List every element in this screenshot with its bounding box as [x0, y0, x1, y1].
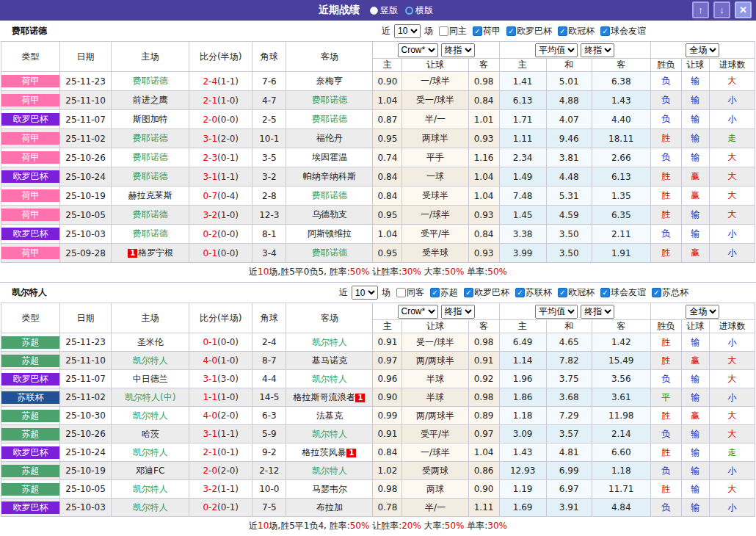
scope-select[interactable]: 全场: [686, 305, 719, 319]
odds-away: 0.93: [468, 244, 499, 263]
column-header: 比分(半场): [189, 303, 252, 333]
odds-handicap: 两/两球半: [402, 352, 468, 370]
radio-vertical[interactable]: 竖版: [370, 4, 398, 17]
score: 3-1(2-0): [189, 129, 252, 148]
league-checkbox[interactable]: ✓球会友谊: [600, 286, 646, 299]
matches-table: 类型日期主场比分(半场)角球客场Crow*终指平均值终指全场主让球客主和客胜负让…: [1, 41, 755, 263]
team-text: 布拉加: [316, 502, 343, 513]
result-goals: 大: [709, 206, 755, 225]
match-row: 苏超25-10-30凯尔特人4-0(2-0)6-3法基克0.99两/两球半0.8…: [1, 407, 755, 425]
league-checkbox[interactable]: ✓欧罗巴杯: [506, 25, 552, 37]
avg-draw: 3.57: [546, 425, 592, 443]
team-text: 奈梅亨: [316, 76, 343, 86]
league-checkbox[interactable]: ✓苏总杯: [652, 286, 688, 299]
match-date: 25-11-10: [60, 352, 112, 370]
avg-away: 3.56: [592, 370, 650, 388]
league-checkbox[interactable]: ✓苏超: [430, 286, 458, 299]
match-date: 25-10-03: [60, 499, 112, 517]
match-count-select[interactable]: 10: [394, 24, 421, 38]
summary-segment: 让胜率:: [369, 267, 401, 277]
home-team: 中日德兰: [112, 370, 189, 388]
column-header: 主场: [112, 42, 189, 72]
avg-home: 6.49: [499, 333, 546, 352]
team-text: 圣米伦: [137, 337, 164, 347]
avg-type-select[interactable]: 平均值: [535, 305, 578, 319]
avg-away: 11.71: [592, 480, 650, 499]
odds-away: 1.04: [468, 167, 499, 186]
odds-stage-select[interactable]: 终指: [441, 43, 475, 57]
league-checkbox[interactable]: ✓欧冠杯: [558, 25, 595, 37]
same-venue-checkbox[interactable]: 同客: [396, 286, 424, 299]
odds-home: 0.87: [373, 110, 402, 129]
team-text: 费耶诺德: [312, 95, 347, 105]
matches-label: 场: [382, 286, 390, 299]
team-text: 乌德勒支: [312, 209, 347, 220]
league-badge: 苏超: [1, 410, 59, 422]
result-handicap: 赢: [681, 352, 709, 370]
match-count-select[interactable]: 10: [352, 286, 378, 300]
average-select-group: 平均值终指: [499, 42, 650, 59]
avg-home: 1.14: [499, 352, 546, 370]
column-header: 客场: [286, 303, 373, 333]
same-venue-checkbox[interactable]: 同主: [439, 25, 467, 37]
odds-stage-select[interactable]: 终指: [441, 305, 475, 319]
team-text: 前进之鹰: [133, 95, 168, 105]
avg-draw: 3.81: [546, 148, 592, 167]
odds-away: 0.97: [468, 425, 499, 443]
league-badge: 欧罗巴杯: [1, 446, 59, 459]
filter-bar: 凯尔特人近10场同客✓苏超✓欧罗巴杯✓苏联杯✓欧冠杯✓球会友谊✓苏总杯: [0, 282, 756, 303]
full-score: 3-1: [203, 134, 217, 144]
column-header: 让球: [402, 320, 468, 333]
league-checkbox[interactable]: ✓欧罗巴杯: [464, 286, 509, 299]
league-checkbox[interactable]: ✓苏联杯: [515, 286, 552, 299]
radio-horizontal-label: 横版: [415, 4, 433, 17]
odds-away: 0.98: [468, 388, 499, 407]
avg-draw: 6.99: [546, 462, 592, 480]
league-badge: 欧罗巴杯: [1, 170, 59, 183]
home-team: 凯尔特人: [112, 443, 189, 462]
result-outcome: 负: [650, 462, 681, 480]
match-row: 荷甲25-11-02费耶诺德3-1(2-0)10-1福伦丹0.95两球半0.93…: [1, 129, 755, 148]
match-date: 25-10-24: [60, 443, 112, 462]
team-text: 阿斯顿维拉: [308, 228, 352, 239]
league-checkbox[interactable]: ✓欧冠杯: [558, 286, 595, 299]
odds-source-select[interactable]: Crow*: [398, 43, 438, 57]
move-down-button[interactable]: ↓: [713, 1, 730, 18]
match-date: 25-11-02: [60, 388, 112, 407]
close-button[interactable]: ✕: [735, 1, 752, 18]
team-text: 费耶诺德: [133, 171, 168, 181]
league-checkbox[interactable]: ✓荷甲: [473, 25, 501, 37]
home-team: 费耶诺德: [112, 129, 189, 148]
result-outcome: 负: [650, 499, 681, 517]
radio-horizontal[interactable]: 横版: [405, 4, 433, 17]
avg-stage-select[interactable]: 终指: [581, 305, 614, 319]
half-score: (1-0): [217, 210, 239, 220]
away-team: 费耶诺德: [286, 110, 373, 129]
away-team: 帕纳辛纳科斯: [286, 167, 373, 186]
column-header: 客: [592, 59, 650, 72]
odds-away: 0.84: [468, 91, 499, 110]
avg-home: 1.49: [499, 167, 546, 186]
odds-source-select[interactable]: Crow*: [398, 305, 438, 319]
team-text: 基马诺克: [312, 355, 347, 366]
league-badge: 苏超: [1, 355, 59, 367]
avg-stage-select[interactable]: 终指: [581, 43, 614, 57]
avg-home: 1.69: [499, 499, 546, 517]
team-text: 凯尔特人: [312, 337, 347, 347]
home-team: 凯尔特人: [112, 407, 189, 425]
avg-away: 11.98: [592, 407, 650, 425]
column-header: 胜负: [650, 59, 681, 72]
full-score: 0-2: [203, 229, 217, 239]
odds-home: 0.99: [373, 407, 402, 425]
move-up-button[interactable]: ↑: [692, 1, 709, 18]
avg-draw: 3.68: [546, 388, 592, 407]
odds-handicap: 受半球: [402, 244, 468, 263]
scope-select[interactable]: 全场: [686, 43, 719, 57]
team-text: 凯尔特人: [312, 374, 347, 384]
result-goals: 走: [709, 129, 755, 148]
team-text: 凯尔特人: [133, 355, 168, 366]
summary-segment: 50%: [350, 267, 370, 277]
avg-type-select[interactable]: 平均值: [535, 43, 578, 57]
league-checkbox[interactable]: ✓球会友谊: [600, 25, 646, 37]
full-score: 4-0: [203, 410, 217, 421]
